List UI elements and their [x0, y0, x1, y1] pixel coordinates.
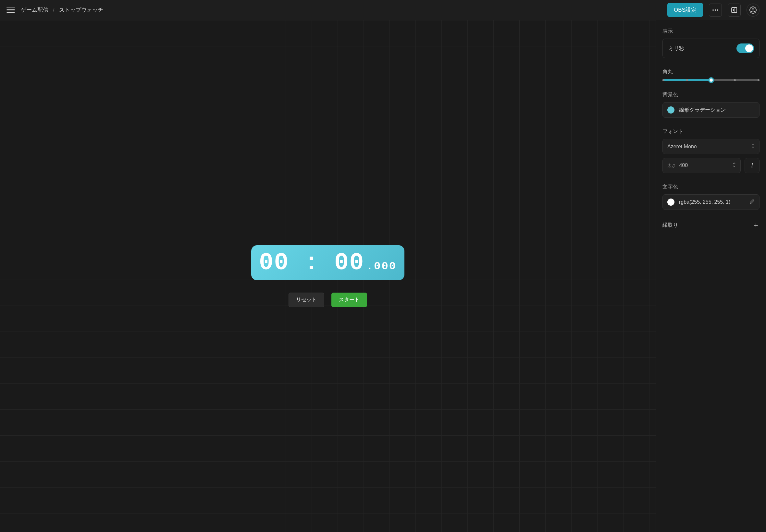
radius-slider[interactable]: [663, 79, 760, 81]
chevron-updown-icon: [751, 143, 755, 150]
stopwatch-display[interactable]: 00 : 00 .000: [251, 245, 405, 280]
inspector-panel: 表示 ミリ秒 角丸 背景色 線形グラデーション: [656, 20, 766, 532]
text-color-section: 文字色 rgba(255, 255, 255, 1): [663, 184, 760, 210]
menu-icon[interactable]: [6, 7, 15, 13]
font-weight-value: 400: [679, 163, 688, 168]
text-color-label: 文字色: [663, 184, 760, 190]
svg-point-1: [715, 9, 716, 11]
background-label: 背景色: [663, 91, 760, 98]
italic-button[interactable]: I: [745, 158, 760, 173]
outline-label: 縁取り: [663, 222, 678, 229]
breadcrumb-root[interactable]: ゲーム配信: [21, 6, 48, 14]
text-color-value: rgba(255, 255, 255, 1): [679, 199, 730, 205]
breadcrumb: ゲーム配信 / ストップウォッチ: [21, 6, 103, 14]
clock-main: 00 : 00: [259, 249, 364, 276]
display-section: 表示 ミリ秒: [663, 28, 760, 58]
background-value: 線形グラデーション: [679, 107, 726, 114]
reset-button[interactable]: リセット: [288, 293, 324, 307]
stopwatch-controls: リセット スタート: [288, 293, 367, 307]
obs-settings-button[interactable]: OBS設定: [667, 3, 703, 17]
breadcrumb-page[interactable]: ストップウォッチ: [59, 6, 103, 14]
millisecond-toggle-row: ミリ秒: [663, 39, 760, 58]
font-weight-prefix: 太さ: [667, 163, 676, 168]
svg-point-0: [712, 9, 714, 11]
font-family-value: Azeret Mono: [667, 144, 697, 150]
panel-toggle-icon[interactable]: [728, 4, 741, 17]
font-section: フォント Azeret Mono 太さ 400: [663, 128, 760, 173]
background-section: 背景色 線形グラデーション: [663, 91, 760, 118]
breadcrumb-sep: /: [53, 7, 55, 13]
more-icon[interactable]: [709, 4, 722, 17]
radius-label: 角丸: [663, 68, 760, 75]
font-family-select[interactable]: Azeret Mono: [663, 139, 760, 154]
radius-section: 角丸: [663, 68, 760, 81]
canvas: 00 : 00 .000 リセット スタート: [0, 20, 656, 532]
clock-milliseconds: .000: [366, 260, 397, 272]
pencil-icon[interactable]: [749, 199, 755, 205]
text-color-swatch-icon: [667, 199, 675, 206]
text-color-picker[interactable]: rgba(255, 255, 255, 1): [663, 194, 760, 210]
millisecond-toggle[interactable]: [736, 43, 754, 53]
start-button[interactable]: スタート: [331, 293, 367, 307]
header: ゲーム配信 / ストップウォッチ OBS設定: [0, 0, 766, 20]
add-outline-button[interactable]: ＋: [752, 220, 760, 230]
svg-point-6: [752, 8, 754, 10]
display-label: 表示: [663, 28, 760, 35]
chevron-updown-icon: [733, 162, 736, 169]
font-label: フォント: [663, 128, 760, 135]
outline-section: 縁取り ＋: [663, 220, 760, 230]
millisecond-label: ミリ秒: [668, 45, 685, 52]
font-weight-select[interactable]: 太さ 400: [663, 158, 741, 173]
background-picker[interactable]: 線形グラデーション: [663, 102, 760, 118]
svg-point-2: [717, 9, 718, 11]
account-icon[interactable]: [747, 4, 760, 17]
background-swatch-icon: [667, 106, 675, 114]
